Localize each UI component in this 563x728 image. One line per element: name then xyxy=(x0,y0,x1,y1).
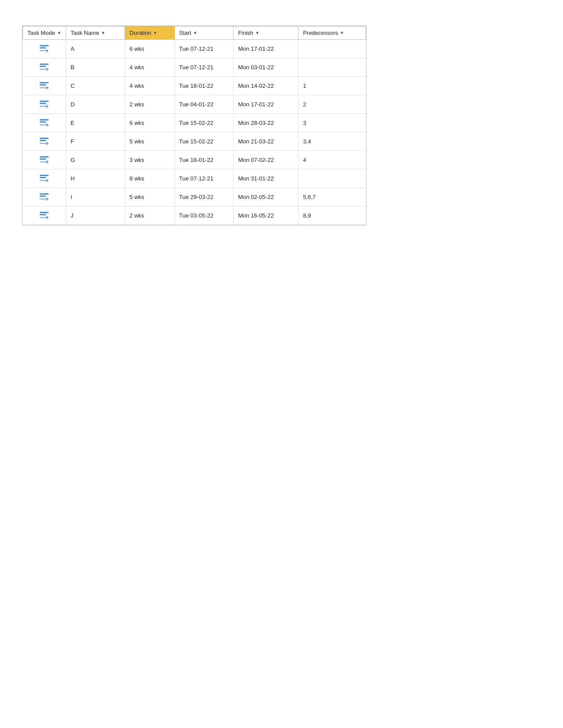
col-label-taskmode: Task Mode xyxy=(27,30,55,36)
task-mode-cell xyxy=(23,206,66,225)
col-header-taskname[interactable]: Task Name▼ xyxy=(66,26,125,40)
task-mode-cell xyxy=(23,151,66,169)
col-header-finish[interactable]: Finish▼ xyxy=(234,26,299,40)
predecessors-cell xyxy=(299,40,366,58)
start-cell: Tue 18-01-22 xyxy=(174,77,234,95)
table-row: A6 wksTue 07-12-21Mon 17-01-22 xyxy=(23,40,366,58)
task-mode-cell xyxy=(23,58,66,77)
duration-cell: 5 wks xyxy=(125,132,174,151)
duration-cell: 6 wks xyxy=(125,114,174,132)
table-row: J2 wksTue 03-05-22Mon 16-05-228,9 xyxy=(23,206,366,225)
predecessors-cell: 4 xyxy=(299,151,366,169)
task-mode-icon xyxy=(39,136,49,147)
start-cell: Tue 18-01-22 xyxy=(174,151,234,169)
svg-rect-13 xyxy=(40,121,46,123)
table-row: D2 wksTue 04-01-22Mon 17-01-222 xyxy=(23,95,366,114)
predecessors-cell: 5,6,7 xyxy=(299,188,366,206)
svg-rect-28 xyxy=(40,214,46,215)
duration-cell: 2 wks xyxy=(125,95,174,114)
duration-cell: 5 wks xyxy=(125,188,174,206)
finish-cell: Mon 17-01-22 xyxy=(234,95,299,114)
svg-rect-6 xyxy=(40,82,49,83)
task-mode-icon xyxy=(39,210,49,221)
task-mode-cell xyxy=(23,77,66,95)
svg-rect-12 xyxy=(40,119,49,120)
task-mode-cell xyxy=(23,169,66,188)
start-cell: Tue 29-03-22 xyxy=(174,188,234,206)
predecessors-cell: 3,4 xyxy=(299,132,366,151)
finish-cell: Mon 16-05-22 xyxy=(234,206,299,225)
task-mode-icon xyxy=(39,173,49,184)
col-header-duration[interactable]: Duration▼ xyxy=(125,26,174,40)
svg-rect-15 xyxy=(40,138,49,139)
duration-cell: 4 wks xyxy=(125,58,174,77)
svg-rect-21 xyxy=(40,175,49,176)
col-label-taskname: Task Name xyxy=(71,30,99,36)
task-name-cell: B xyxy=(66,58,125,77)
start-cell: Tue 07-12-21 xyxy=(174,58,234,77)
task-mode-icon xyxy=(39,99,49,110)
svg-rect-0 xyxy=(40,45,49,46)
col-header-predecessors[interactable]: Predecessors▼ xyxy=(299,26,366,40)
svg-rect-1 xyxy=(40,47,46,49)
finish-cell: Mon 21-03-22 xyxy=(234,132,299,151)
dropdown-arrow-predecessors[interactable]: ▼ xyxy=(340,30,344,35)
task-mode-cell xyxy=(23,132,66,151)
dropdown-arrow-taskmode[interactable]: ▼ xyxy=(57,30,61,35)
task-name-cell: F xyxy=(66,132,125,151)
start-cell: Tue 03-05-22 xyxy=(174,206,234,225)
svg-rect-19 xyxy=(40,158,46,160)
task-mode-icon xyxy=(39,154,49,165)
task-mode-cell xyxy=(23,188,66,206)
task-mode-icon xyxy=(39,62,49,73)
table-row: H8 wksTue 07-12-21Mon 31-01-22 xyxy=(23,169,366,188)
svg-rect-25 xyxy=(40,195,46,197)
svg-rect-9 xyxy=(40,101,49,102)
svg-rect-4 xyxy=(40,66,46,67)
duration-cell: 3 wks xyxy=(125,151,174,169)
task-table: Task Mode▼Task Name▼Duration▼Start▼Finis… xyxy=(23,26,366,225)
col-header-start[interactable]: Start▼ xyxy=(174,26,234,40)
col-label-finish: Finish xyxy=(238,30,253,36)
task-name-cell: C xyxy=(66,77,125,95)
task-mode-icon xyxy=(39,191,49,203)
predecessors-cell: 2 xyxy=(299,95,366,114)
table-body: A6 wksTue 07-12-21Mon 17-01-22 B4 wksTue… xyxy=(23,40,366,225)
svg-rect-18 xyxy=(40,156,49,158)
task-mode-cell xyxy=(23,95,66,114)
dropdown-arrow-taskname[interactable]: ▼ xyxy=(101,30,106,35)
svg-rect-7 xyxy=(40,84,46,86)
finish-cell: Mon 07-02-22 xyxy=(234,151,299,169)
start-cell: Tue 15-02-22 xyxy=(174,132,234,151)
table-row: B4 wksTue 07-12-21Mon 03-01-22 xyxy=(23,58,366,77)
dropdown-arrow-duration[interactable]: ▼ xyxy=(153,30,157,35)
dropdown-arrow-start[interactable]: ▼ xyxy=(193,30,197,35)
predecessors-cell: 1 xyxy=(299,77,366,95)
finish-cell: Mon 03-01-22 xyxy=(234,58,299,77)
duration-cell: 6 wks xyxy=(125,40,174,58)
predecessors-cell: 3 xyxy=(299,114,366,132)
finish-cell: Mon 28-03-22 xyxy=(234,114,299,132)
predecessors-cell: 8,9 xyxy=(299,206,366,225)
task-mode-icon xyxy=(39,80,49,91)
col-label-duration: Duration xyxy=(129,30,151,36)
svg-rect-16 xyxy=(40,140,46,141)
col-header-taskmode[interactable]: Task Mode▼ xyxy=(23,26,66,40)
finish-cell: Mon 02-05-22 xyxy=(234,188,299,206)
table-row: E6 wksTue 15-02-22Mon 28-03-223 xyxy=(23,114,366,132)
col-label-start: Start xyxy=(179,30,191,36)
svg-rect-22 xyxy=(40,177,46,178)
start-cell: Tue 07-12-21 xyxy=(174,169,234,188)
finish-cell: Mon 17-01-22 xyxy=(234,40,299,58)
task-mode-cell xyxy=(23,114,66,132)
predecessors-cell xyxy=(299,58,366,77)
start-cell: Tue 07-12-21 xyxy=(174,40,234,58)
task-table-wrapper: Task Mode▼Task Name▼Duration▼Start▼Finis… xyxy=(22,26,367,225)
duration-cell: 4 wks xyxy=(125,77,174,95)
svg-rect-10 xyxy=(40,103,46,104)
dropdown-arrow-finish[interactable]: ▼ xyxy=(255,30,260,35)
task-name-cell: E xyxy=(66,114,125,132)
predecessors-cell xyxy=(299,169,366,188)
task-name-cell: G xyxy=(66,151,125,169)
duration-cell: 2 wks xyxy=(125,206,174,225)
